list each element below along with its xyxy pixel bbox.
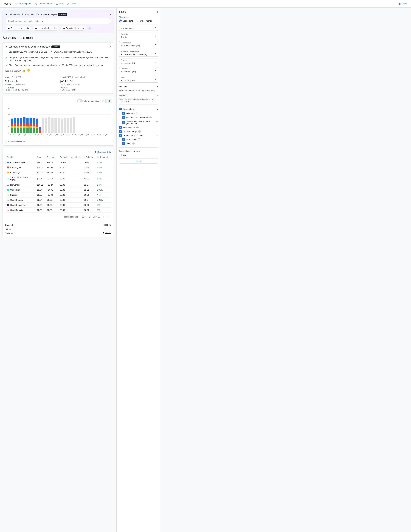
promotions-others-checkbox[interactable]: ✓ xyxy=(119,134,122,137)
locations-header[interactable]: Locations ∨ xyxy=(119,85,158,89)
help-icon-free-tiers[interactable]: ⓘ xyxy=(136,112,138,115)
svg-text:Aug 21: Aug 21 xyxy=(72,134,76,136)
thumbs-up-button[interactable]: 👍 xyxy=(22,69,26,73)
main-content: ✦ Ask Gemini Cloud Assist to find or cre… xyxy=(0,8,116,532)
gemini-header: ✦ Ask Gemini Cloud Assist to find or cre… xyxy=(5,13,111,16)
help-icon-change[interactable]: ⓘ xyxy=(107,156,109,158)
toggle-switch[interactable] xyxy=(77,99,83,103)
help-icon-reseller[interactable]: ⓘ xyxy=(139,130,141,133)
table-row: Security Command Center $3.05 -$0.12 $0.… xyxy=(5,175,111,182)
line-chart-button[interactable]: 📈 xyxy=(101,99,106,103)
learn-button[interactable]: 📘 Learn xyxy=(397,1,409,6)
chip-projects-month[interactable]: ☁ Projects – this month xyxy=(60,26,86,30)
chip-last-invoice[interactable]: ☁ Last invoice by service xyxy=(32,26,59,30)
total-row: Total ⓘ $122.07 xyxy=(5,231,111,235)
free-tiers-checkbox[interactable]: ✓ xyxy=(122,112,125,114)
share-button[interactable]: 🔗 Share xyxy=(65,1,78,6)
help-icon-other[interactable]: ⓘ xyxy=(132,142,135,145)
tax-checkbox[interactable] xyxy=(119,154,122,156)
service-name-9: Cloud Functions xyxy=(10,209,25,211)
filters-expand-button[interactable]: ⟫ xyxy=(156,10,158,14)
next-page-button[interactable]: › xyxy=(107,215,109,219)
help-icon-discounts[interactable]: ⓘ xyxy=(133,107,135,110)
labels-header[interactable]: Labels ⓘ ∨ xyxy=(119,93,158,98)
spending-based-item: ✓ Spending based discounts (contractual)… xyxy=(119,119,158,125)
gcp-icon: ☁ xyxy=(8,27,10,29)
bar-chart-button[interactable]: 📊 xyxy=(106,99,111,103)
table-row: Cloud Storage $0.04 $0.00 $0.00 $0.04 ↓ … xyxy=(5,198,111,203)
gemini-collapse-button[interactable]: ∧ xyxy=(109,13,111,16)
summary-collapse-button[interactable]: ∧ xyxy=(109,45,111,48)
gemini-search-input[interactable] xyxy=(5,18,111,24)
prev-page-button[interactable]: ‹ xyxy=(103,215,105,219)
help-icon-tax[interactable]: ⓘ xyxy=(9,228,11,230)
reseller-margin-checkbox[interactable]: ✓ xyxy=(119,130,122,133)
generate-query-button[interactable]: 🔍 Generate query xyxy=(33,1,54,6)
gcp-icon-2: ☁ xyxy=(35,27,37,29)
service-cell-7: Cloud Storage xyxy=(5,198,35,203)
change-cell-9: 0% xyxy=(95,208,111,213)
rows-per-page-select[interactable]: 10 25 50 xyxy=(81,216,86,218)
print-button[interactable]: 🖨 Print xyxy=(55,1,65,6)
total-value: $122.07 xyxy=(103,231,111,234)
invoice-month-option[interactable]: Invoice month xyxy=(136,19,152,22)
skus-label: SKUs xyxy=(121,76,125,78)
services-wrap: Services All services (47) ▾ xyxy=(119,67,158,74)
chips-next-button[interactable]: › xyxy=(87,26,92,30)
show-cumulative-toggle[interactable]: Show cumulative xyxy=(77,99,99,103)
cost-cell-3: $3.05 xyxy=(35,175,45,182)
brand-title: Reports xyxy=(2,2,11,5)
usage-date-option[interactable]: Usage date xyxy=(119,19,133,22)
discounts-cell-0: -$7.18 xyxy=(45,160,58,165)
other-checkbox[interactable]: ✓ xyxy=(122,142,125,145)
labels-sub: Select the key and values of the labels … xyxy=(119,98,158,103)
metric-current-change-block: ↓ -4.09% -$5.21 over July 13 – 31, 2024 xyxy=(5,86,29,91)
gemini-input-wrap: ✦ xyxy=(5,18,111,24)
projects-wrap: Projects All projects (55) ▾ xyxy=(119,58,158,65)
group-by-wrap: Group by Service ▾ xyxy=(119,33,158,39)
help-icon-spending[interactable]: ⓘ xyxy=(156,121,158,124)
sustained-use-item: ✓ Sustained use discounts ⓘ xyxy=(119,115,158,119)
chip-services-month[interactable]: ☁ Services – this month xyxy=(5,26,31,30)
metric-forecasted-changes: ↑ 0.75% $1.54 over July 2024 xyxy=(60,86,109,91)
metric-forecasted-header: August 2024 (forecasted) ⓘ xyxy=(60,76,109,79)
see-all-reports-button[interactable]: ☰ See all reports xyxy=(13,1,32,6)
help-icon-forecasted[interactable]: ⓘ xyxy=(23,140,25,143)
help-icon-labels[interactable]: ⓘ xyxy=(126,94,128,97)
svg-text:Aug 3: Aug 3 xyxy=(16,134,20,136)
thumbs-down-button[interactable]: 👎 xyxy=(27,69,30,73)
promotions-others-header[interactable]: ✓ Promotions and others ∧ xyxy=(119,134,158,137)
subtotal-cell-3: $2.93 xyxy=(82,175,95,182)
service-dot-0 xyxy=(7,162,9,163)
change-cell-7: ↓ 20% xyxy=(95,198,111,203)
promotions-checkbox[interactable]: ✓ xyxy=(122,138,125,141)
service-cell-3: Security Command Center xyxy=(5,175,35,182)
metric-forecasted-change-block: ↑ 0.75% $1.54 over July 2024 xyxy=(60,86,76,91)
trend-icon-1: ↗ xyxy=(5,50,7,54)
credits-header[interactable]: ✓ Discounts ⓘ ∧ xyxy=(119,106,158,111)
help-icon-forecast[interactable]: ⓘ xyxy=(84,76,85,79)
download-csv-button[interactable]: ⬇ Download CSV xyxy=(95,151,111,153)
help-icon-promotions[interactable]: ⓘ xyxy=(138,138,140,141)
svg-rect-25 xyxy=(20,128,22,133)
cost-cell-9: $0.00 xyxy=(35,208,45,213)
reset-button[interactable]: Reset xyxy=(119,158,158,163)
usage-date-radio[interactable] xyxy=(119,19,122,22)
change-cell-0: ↓ 2% xyxy=(95,160,111,165)
help-icon-subscriptions[interactable]: ⓘ xyxy=(136,126,139,129)
col-discounts: Discounts xyxy=(45,154,58,160)
labels-chevron-icon: ∨ xyxy=(156,94,158,96)
sustained-use-checkbox[interactable]: ✓ xyxy=(122,116,125,119)
spending-based-checkbox[interactable]: ✓ xyxy=(122,121,125,124)
help-icon-total[interactable]: ⓘ xyxy=(11,231,13,234)
svg-text:$2: $2 xyxy=(8,126,10,128)
invoice-month-radio[interactable] xyxy=(136,19,138,22)
table-body: Compute Engine $88.81 -$7.18 -$1.00 $80.… xyxy=(5,160,111,213)
help-icon-sustained[interactable]: ⓘ xyxy=(149,116,152,119)
discounts-checkbox[interactable]: ✓ xyxy=(119,108,122,110)
subscriptions-checkbox[interactable]: ✓ xyxy=(119,126,122,129)
help-icon-invoice-charges[interactable]: ⓘ xyxy=(139,150,141,152)
current-month-select[interactable]: Current month xyxy=(119,24,158,31)
tax-row: Tax ⓘ — xyxy=(5,227,111,231)
current-month-wrap: Current month ▾ xyxy=(119,24,158,31)
